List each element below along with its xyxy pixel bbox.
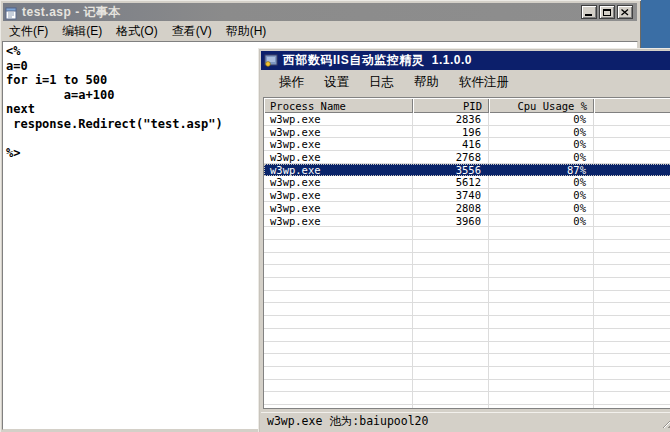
menu-item-help[interactable]: 帮助 bbox=[404, 72, 449, 93]
table-row[interactable]: w3wp.exe 2768 0% bbox=[264, 151, 670, 164]
cell-cpu: 87% bbox=[489, 164, 594, 177]
cell-pid: 3740 bbox=[413, 189, 489, 202]
status-text: w3wp.exe 池为:baiupool20 bbox=[267, 414, 428, 429]
cell-cpu: 0% bbox=[489, 126, 594, 139]
table-row[interactable]: w3wp.exe 5612 0% bbox=[264, 176, 670, 189]
maximize-button[interactable] bbox=[599, 5, 615, 19]
column-header-process-name[interactable]: Process Name bbox=[264, 98, 413, 113]
cell-pid: 2768 bbox=[413, 151, 489, 164]
cell-cpu: 0% bbox=[489, 202, 594, 215]
table-row[interactable]: w3wp.exe 196 0% bbox=[264, 126, 670, 139]
process-table: Process Name PID Cpu Usage % w3wp.exe 28… bbox=[263, 97, 670, 409]
cell-cpu: 0% bbox=[489, 176, 594, 189]
cell-process: w3wp.exe bbox=[264, 164, 413, 177]
cell-pid: 2836 bbox=[413, 113, 489, 126]
maximize-icon bbox=[603, 9, 611, 16]
menu-item-log[interactable]: 日志 bbox=[359, 72, 404, 93]
notepad-titlebar[interactable]: test.asp - 记事本 bbox=[3, 3, 637, 21]
cell-process: w3wp.exe bbox=[264, 151, 413, 164]
table-row[interactable]: w3wp.exe 3960 0% bbox=[264, 215, 670, 228]
cell-process: w3wp.exe bbox=[264, 176, 413, 189]
cell-pid: 416 bbox=[413, 138, 489, 151]
cell-cpu: 0% bbox=[489, 113, 594, 126]
cell-pid: 5612 bbox=[413, 176, 489, 189]
cell-cpu: 0% bbox=[489, 151, 594, 164]
monitor-app-icon bbox=[264, 54, 278, 67]
menu-item-settings[interactable]: 设置 bbox=[314, 72, 359, 93]
menu-item-view[interactable]: 查看(V) bbox=[166, 21, 220, 42]
monitor-title: 西部数码IIS自动监控精灵 1.1.0.0 bbox=[283, 52, 472, 69]
table-body[interactable]: w3wp.exe 2836 0% w3wp.exe 196 0% w3wp.ex… bbox=[264, 113, 670, 408]
column-header-filler bbox=[594, 98, 670, 113]
cell-cpu: 0% bbox=[489, 189, 594, 202]
notepad-title: test.asp - 记事本 bbox=[22, 4, 121, 21]
notepad-icon bbox=[5, 6, 18, 19]
cell-process: w3wp.exe bbox=[264, 113, 413, 126]
table-header: Process Name PID Cpu Usage % bbox=[264, 98, 670, 113]
cell-cpu: 0% bbox=[489, 138, 594, 151]
minimize-icon bbox=[585, 14, 592, 16]
cell-process: w3wp.exe bbox=[264, 215, 413, 228]
cell-cpu: 0% bbox=[489, 215, 594, 228]
menu-item-format[interactable]: 格式(O) bbox=[110, 21, 165, 42]
cell-pid: 2808 bbox=[413, 202, 489, 215]
menu-item-register[interactable]: 软件注册 bbox=[449, 72, 519, 93]
menu-item-file[interactable]: 文件(F) bbox=[3, 21, 56, 42]
menu-item-help[interactable]: 帮助(H) bbox=[220, 21, 275, 42]
table-row[interactable]: w3wp.exe 2808 0% bbox=[264, 202, 670, 215]
cell-pid: 196 bbox=[413, 126, 489, 139]
close-icon bbox=[621, 9, 629, 16]
table-row[interactable]: w3wp.exe 2836 0% bbox=[264, 113, 670, 126]
notepad-menubar: 文件(F) 编辑(E) 格式(O) 查看(V) 帮助(H) bbox=[3, 21, 637, 41]
table-row-selected[interactable]: w3wp.exe 3556 87% bbox=[264, 164, 670, 177]
monitor-menubar: 操作 设置 日志 帮助 软件注册 bbox=[261, 71, 670, 94]
status-bar: w3wp.exe 池为:baiupool20 bbox=[261, 412, 670, 429]
menu-item-operate[interactable]: 操作 bbox=[269, 72, 314, 93]
monitor-window: 西部数码IIS自动监控精灵 1.1.0.0 操作 设置 日志 帮助 软件注册 P… bbox=[258, 48, 670, 432]
notepad-window-controls bbox=[581, 5, 633, 19]
cell-pid: 3960 bbox=[413, 215, 489, 228]
column-header-pid[interactable]: PID bbox=[413, 98, 489, 113]
cell-process: w3wp.exe bbox=[264, 126, 413, 139]
cell-process: w3wp.exe bbox=[264, 202, 413, 215]
cell-process: w3wp.exe bbox=[264, 138, 413, 151]
resize-grip[interactable] bbox=[660, 416, 670, 428]
monitor-titlebar[interactable]: 西部数码IIS自动监控精灵 1.1.0.0 bbox=[261, 51, 670, 70]
table-row[interactable]: w3wp.exe 416 0% bbox=[264, 138, 670, 151]
close-button[interactable] bbox=[617, 5, 633, 19]
table-row[interactable]: w3wp.exe 3740 0% bbox=[264, 189, 670, 202]
cell-process: w3wp.exe bbox=[264, 189, 413, 202]
minimize-button[interactable] bbox=[581, 5, 597, 19]
cell-pid: 3556 bbox=[413, 164, 489, 177]
column-header-cpu-usage[interactable]: Cpu Usage % bbox=[489, 98, 594, 113]
menu-item-edit[interactable]: 编辑(E) bbox=[56, 21, 110, 42]
